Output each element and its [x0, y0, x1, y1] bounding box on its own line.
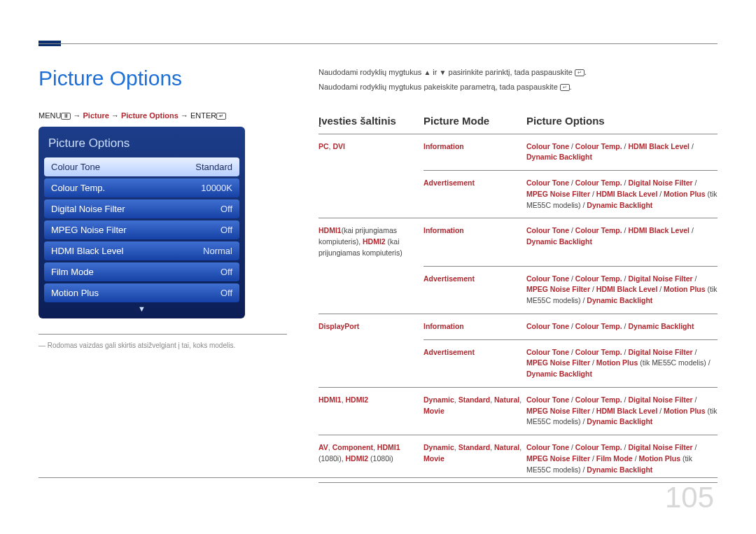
instruction-1: Naudodami rodyklių mygtukus ▲ ir ▼ pasir…: [318, 66, 718, 78]
osd-row[interactable]: Motion PlusOff: [44, 283, 239, 302]
right-column: Naudodami rodyklių mygtukus ▲ ir ▼ pasir…: [318, 66, 718, 483]
enter-icon: ↵: [560, 84, 570, 91]
instruction-2: Naudodami rodyklių mygtukus pakeiskite p…: [318, 81, 718, 93]
up-triangle-icon: ▲: [424, 69, 430, 76]
note-rule: [38, 334, 287, 335]
table-header: Įvesties šaltinis Picture Mode Picture O…: [318, 113, 718, 129]
enter-icon: ↵: [575, 69, 584, 76]
header-rule: [38, 43, 718, 44]
header-source: Įvesties šaltinis: [318, 113, 424, 129]
menu-icon: Ⅲ: [61, 113, 71, 120]
table-row: HDMI1(kai prijungiamas kompiuteris), HDM…: [318, 218, 718, 314]
options-table: PC, DVIInformationColour Tone / Colour T…: [318, 134, 718, 484]
enter-icon: ↵: [216, 113, 226, 120]
table-row: HDMI1, HDMI2Dynamic, Standard, Natural, …: [318, 388, 718, 435]
osd-title: Picture Options: [44, 132, 239, 157]
down-triangle-icon: ▼: [440, 69, 447, 76]
osd-row[interactable]: Colour Temp.10000K: [44, 178, 239, 197]
footer-rule: [38, 477, 718, 478]
page-number: 105: [665, 481, 714, 514]
table-row: DisplayPortInformationColour Tone / Colo…: [318, 314, 718, 388]
chevron-down-icon: ▼: [44, 304, 239, 313]
osd-row[interactable]: Colour ToneStandard: [44, 157, 239, 176]
osd-row[interactable]: Digital Noise FilterOff: [44, 199, 239, 218]
table-row: PC, DVIInformationColour Tone / Colour T…: [318, 134, 718, 219]
table-row: AV, Component, HDMI1 (1080i), HDMI2 (108…: [318, 435, 718, 483]
osd-row[interactable]: Film ModeOff: [44, 262, 239, 281]
osd-row[interactable]: MPEG Noise FilterOff: [44, 220, 239, 239]
osd-row[interactable]: HDMI Black LevelNormal: [44, 241, 239, 260]
header-options: Picture Options: [526, 113, 718, 129]
osd-panel: Picture Options Colour ToneStandardColou…: [38, 127, 245, 318]
header-mode: Picture Mode: [424, 113, 526, 129]
